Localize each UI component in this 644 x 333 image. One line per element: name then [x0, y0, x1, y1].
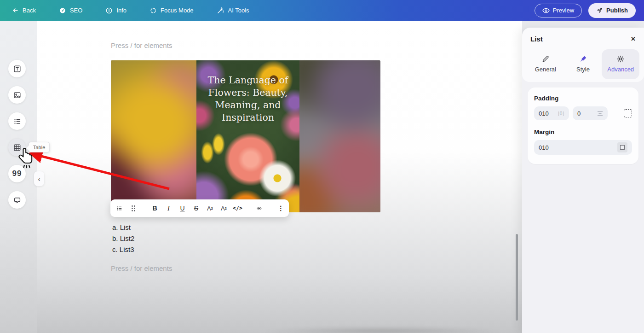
ai-tools-button[interactable]: AI Tools — [217, 6, 249, 14]
tab-style-label: Style — [576, 66, 590, 73]
margin-sides-toggle[interactable] — [617, 142, 627, 152]
seo-gauge-icon — [59, 7, 66, 14]
padding-horizontal-input[interactable]: 010 |0| — [534, 106, 569, 120]
close-panel-button[interactable]: ✕ — [631, 35, 636, 42]
padding-vertical-input[interactable]: 0 — [573, 106, 608, 120]
panel-header: List ✕ — [522, 35, 644, 49]
focus-mode-button[interactable]: Focus Mode — [150, 7, 194, 14]
paper-plane-icon — [596, 7, 603, 14]
quote-icon: 99 — [12, 169, 22, 178]
top-bar-left: Back SEO Info Focus Mode AI Tools — [0, 6, 249, 14]
list-item[interactable]: c. List3 — [112, 244, 134, 255]
info-button[interactable]: Info — [105, 7, 126, 14]
back-label: Back — [23, 7, 36, 14]
code-button[interactable]: </> — [235, 205, 241, 211]
page-builder-app: Back SEO Info Focus Mode AI Tools P — [0, 0, 644, 333]
canvas-scrollbar[interactable] — [516, 234, 518, 321]
list-item[interactable]: b. List2 — [112, 233, 134, 244]
cover-image-blur-left — [111, 60, 196, 212]
pencil-icon — [541, 55, 550, 63]
tab-general-label: General — [535, 66, 556, 73]
padding-sides-toggle[interactable] — [624, 109, 632, 117]
square-icon — [620, 145, 625, 150]
preview-button[interactable]: Preview — [535, 4, 582, 18]
arrow-left-icon — [12, 7, 19, 14]
magic-wand-icon — [217, 6, 224, 14]
element-rail: 99 — [0, 21, 37, 333]
padding-row: 010 |0| 0 — [534, 106, 632, 120]
padding-vertical-icon — [597, 111, 603, 116]
focus-mode-icon — [150, 7, 157, 14]
subscript-button[interactable]: A2 — [221, 205, 227, 212]
image-icon — [13, 91, 22, 99]
panel-title: List — [530, 35, 543, 43]
bold-button[interactable]: B — [152, 204, 158, 212]
cover-image-title: The Language of Flowers: Beauty, Meaning… — [196, 74, 299, 124]
advanced-settings-card: Padding 010 |0| 0 Margin 010 — [528, 88, 638, 164]
tab-style[interactable]: Style — [564, 49, 602, 79]
link-icon — [256, 204, 262, 212]
settings-panel: List ✕ General Style Advanced Padding — [522, 28, 644, 333]
panel-tabs: General Style Advanced — [527, 49, 639, 79]
publish-button[interactable]: Publish — [588, 3, 636, 18]
seo-label: SEO — [70, 7, 82, 14]
ai-tools-label: AI Tools — [228, 7, 249, 14]
collapse-rail-button[interactable]: ‹ — [34, 171, 44, 186]
focus-mode-label: Focus Mode — [161, 7, 194, 14]
text-icon — [13, 64, 22, 73]
drag-handle[interactable] — [130, 205, 136, 212]
publish-label: Publish — [606, 7, 628, 14]
eye-icon — [542, 8, 550, 13]
drag-handle-icon — [131, 205, 136, 212]
back-button[interactable]: Back — [12, 7, 36, 14]
comment-icon — [13, 196, 22, 204]
superscript-button[interactable]: A2 — [207, 205, 213, 212]
panel-header-card: List ✕ General Style Advanced — [522, 28, 644, 82]
padding-horizontal-icon: |0| — [558, 111, 564, 116]
cover-image[interactable]: The Language of Flowers: Beauty, Meaning… — [111, 60, 380, 212]
info-icon — [105, 7, 113, 14]
element-placeholder-top[interactable]: Press / for elements — [111, 41, 172, 49]
tab-advanced[interactable]: Advanced — [602, 49, 639, 79]
more-options-button[interactable]: ⋮ — [278, 204, 284, 212]
margin-label: Margin — [534, 129, 632, 135]
top-bar: Back SEO Info Focus Mode AI Tools P — [0, 0, 644, 21]
element-placeholder-bottom[interactable]: Press / for elements — [111, 264, 172, 272]
preview-label: Preview — [553, 7, 574, 14]
tab-general[interactable]: General — [527, 49, 564, 79]
list-item[interactable]: a. List — [112, 222, 134, 233]
link-button[interactable] — [256, 204, 262, 212]
seo-button[interactable]: SEO — [59, 7, 82, 14]
italic-button[interactable]: I — [166, 204, 172, 212]
text-element-button[interactable] — [8, 60, 26, 77]
image-element-button[interactable] — [8, 86, 26, 104]
list-icon — [13, 117, 22, 126]
gear-icon — [616, 55, 625, 63]
strikethrough-button[interactable]: S — [193, 204, 199, 212]
chevron-left-icon: ‹ — [38, 175, 40, 183]
padding-label: Padding — [534, 95, 632, 102]
top-bar-right: Preview Publish — [535, 3, 644, 18]
brush-icon — [579, 55, 587, 63]
list-type-button[interactable] — [116, 204, 122, 212]
hand-cursor-icon — [17, 146, 37, 169]
editor-canvas[interactable]: Press / for elements The Language of Flo… — [37, 21, 522, 333]
list-icon — [116, 204, 122, 212]
comment-element-button[interactable] — [8, 191, 26, 209]
margin-input[interactable]: 010 — [534, 140, 632, 155]
bottom-shadow — [235, 325, 529, 333]
cover-image-blur-right — [299, 60, 380, 212]
tab-advanced-label: Advanced — [607, 66, 634, 73]
ordered-list[interactable]: a. List b. List2 c. List3 — [112, 222, 134, 255]
list-element-button[interactable] — [8, 112, 26, 130]
text-format-toolbar: B I U S A2 A2 </> ⋮ — [110, 199, 289, 217]
underline-button[interactable]: U — [179, 204, 185, 212]
info-label: Info — [116, 7, 126, 14]
